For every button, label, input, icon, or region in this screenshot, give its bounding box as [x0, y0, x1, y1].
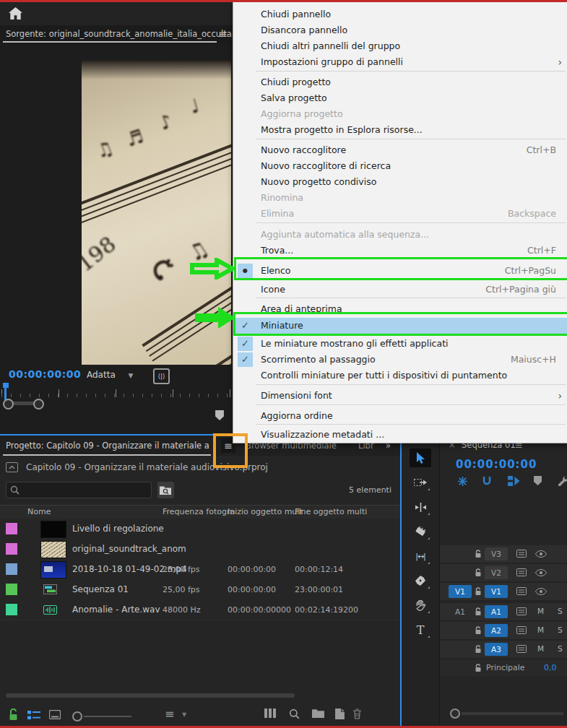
column-inizio[interactable]: Inizio oggetto mult	[228, 507, 303, 516]
menu-item-progetto-condiviso[interactable]: Nuovo progetto condiviso	[233, 174, 567, 190]
menu-item-mostra-progetto[interactable]: Mostra progetto in Esplora risorse...	[233, 122, 567, 138]
new-item-icon[interactable]	[335, 708, 345, 719]
safe-margins-button[interactable]: ⟨|⟩	[153, 368, 170, 384]
lock-icon[interactable]	[475, 607, 482, 616]
eye-icon[interactable]	[535, 588, 547, 595]
lock-icon[interactable]	[475, 664, 482, 672]
menu-item-chiudi-pannello[interactable]: Chiudi pannello	[233, 6, 567, 22]
sort-chevron-icon[interactable]: ▼	[182, 711, 186, 718]
horizontal-scrollbar[interactable]	[6, 693, 295, 698]
table-row[interactable]: 2018-10-18 01-49-02.mp4 25,00 fps 00:00:…	[0, 559, 400, 580]
ripple-edit-tool[interactable]	[410, 498, 431, 516]
item-name[interactable]: Sequenza 01	[72, 584, 129, 594]
track-target-v3[interactable]: V3	[485, 547, 508, 560]
pen-tool[interactable]	[410, 571, 431, 590]
zoom-slider-track[interactable]	[84, 716, 131, 717]
menu-item-icone[interactable]: IconeCtrl+Pagina giù	[233, 282, 567, 298]
razor-tool[interactable]	[410, 522, 431, 541]
label-color-chip[interactable]	[6, 523, 17, 534]
slip-tool[interactable]: |↔|	[410, 547, 431, 566]
timeline-scroll-track[interactable]	[462, 712, 563, 715]
table-row[interactable]: original_soundtrack_anom	[0, 539, 400, 560]
eye-icon[interactable]	[535, 569, 547, 576]
source-patch-v1[interactable]: V1	[449, 585, 472, 598]
snap-magnet-icon[interactable]	[482, 476, 492, 486]
add-marker-icon[interactable]	[534, 476, 542, 485]
solo-button[interactable]: S	[558, 644, 563, 653]
linked-selection-icon[interactable]	[508, 476, 520, 486]
tab-project[interactable]: Progetto: Capitolo 09 - Organizzare il m…	[6, 441, 209, 451]
tab-source[interactable]: Sorgente: original_soundtrack_anomalie_i…	[6, 29, 247, 39]
icon-view-button[interactable]	[49, 710, 61, 719]
lock-icon[interactable]	[475, 568, 482, 577]
menu-item-aggiorna-ordine[interactable]: Aggiorna ordine	[233, 408, 567, 424]
sync-lock-icon[interactable]	[516, 626, 527, 634]
sync-lock-icon[interactable]	[516, 568, 527, 576]
source-patch-a1[interactable]: A1	[449, 605, 472, 618]
item-name[interactable]: Livello di regolazione	[72, 524, 164, 534]
item-name[interactable]: original_soundtrack_anom	[72, 544, 186, 554]
track-target-a1[interactable]: A1	[485, 605, 508, 618]
marker-icon[interactable]	[215, 410, 224, 420]
column-nome[interactable]: Nome	[27, 507, 51, 516]
label-color-chip[interactable]	[6, 604, 17, 615]
item-name[interactable]: Anomalie - Arte.wav	[72, 604, 160, 615]
mute-button[interactable]: M	[537, 644, 544, 653]
delete-icon[interactable]	[352, 708, 362, 719]
track-target-v2[interactable]: V2	[485, 566, 508, 579]
lock-icon[interactable]	[475, 645, 482, 654]
hand-tool[interactable]	[410, 596, 431, 615]
table-row[interactable]: Sequenza 01 25,00 fps 00:00:00:00 23:00:…	[0, 579, 400, 600]
source-panel-menu-icon[interactable]: ≡	[219, 28, 228, 40]
new-search-bin-button[interactable]	[157, 482, 174, 498]
selection-tool[interactable]	[410, 448, 431, 467]
source-timecode[interactable]: 00:00:00:00	[9, 368, 81, 380]
project-home-icon[interactable]	[6, 462, 18, 472]
menu-item-salva-progetto[interactable]: Salva progetto	[233, 90, 567, 106]
menu-item-disancora-pannello[interactable]: Disancora pannello	[233, 22, 567, 38]
sort-icon[interactable]: ≡	[165, 707, 174, 721]
mute-button[interactable]: M	[537, 625, 544, 634]
source-mini-ruler[interactable]	[1, 384, 231, 397]
menu-item-dimensioni-font[interactable]: Dimensioni font›	[233, 388, 567, 404]
track-select-forward-tool[interactable]	[410, 473, 431, 492]
project-writable-unlock-icon[interactable]	[9, 708, 18, 721]
track-target-a2[interactable]: A2	[485, 624, 508, 637]
project-breadcrumb[interactable]: Capitolo 09 - Organizzare il materiale a…	[0, 459, 400, 477]
search-input[interactable]	[6, 482, 152, 498]
menu-item-visualizzazione-metadati[interactable]: Visualizzazione metadati ...	[233, 427, 567, 443]
solo-button[interactable]: S	[558, 625, 563, 634]
sync-lock-icon[interactable]	[516, 645, 527, 653]
sequence-timecode[interactable]: 00:00:00:00	[456, 458, 537, 471]
column-fine[interactable]: Fine oggetto multi	[295, 507, 367, 516]
lock-icon[interactable]	[475, 626, 482, 635]
zoom-scroll-handle-left[interactable]	[3, 399, 14, 410]
label-color-chip[interactable]	[6, 563, 17, 575]
list-view-button[interactable]	[27, 710, 40, 720]
sync-lock-icon[interactable]	[516, 607, 527, 615]
master-volume-value[interactable]: 0,0	[544, 663, 557, 672]
lock-icon[interactable]	[475, 550, 482, 558]
solo-button[interactable]: S	[558, 607, 563, 615]
menu-item-chiudi-progetto[interactable]: Chiudi progetto	[233, 74, 567, 90]
new-bin-icon[interactable]	[312, 708, 324, 718]
sync-lock-icon[interactable]	[516, 587, 527, 595]
menu-item-chiudi-altri-pannelli[interactable]: Chiudi altri pannelli del gruppo	[233, 38, 567, 54]
label-color-chip[interactable]	[6, 584, 17, 595]
track-target-a3[interactable]: A3	[485, 643, 508, 656]
menu-item-nuovo-raccoglitore[interactable]: Nuovo raccoglitoreCtrl+B	[233, 142, 567, 158]
home-icon[interactable]	[9, 7, 22, 20]
sync-lock-icon[interactable]	[516, 550, 527, 558]
zoom-scroll-handle-right[interactable]	[33, 399, 44, 410]
label-color-chip[interactable]	[6, 543, 17, 555]
menu-item-impostazioni-gruppo[interactable]: Impostazioni gruppo di pannelli›	[233, 54, 567, 70]
menu-item-controlli-miniature[interactable]: Controlli miniature per tutti i disposit…	[233, 368, 567, 384]
menu-item-scorrimento[interactable]: ✓Scorrimento al passaggioMaiusc+H	[233, 352, 567, 368]
table-row[interactable]: Livello di regolazione	[0, 519, 400, 540]
timeline-settings-wrench-icon[interactable]	[558, 476, 567, 486]
nest-toggle-icon[interactable]	[457, 476, 468, 487]
fit-dropdown[interactable]: Adatta ▼	[87, 370, 133, 380]
automate-to-sequence-icon[interactable]	[264, 708, 278, 718]
track-target-v1[interactable]: V1	[485, 585, 508, 598]
mute-button[interactable]: M	[537, 607, 544, 615]
